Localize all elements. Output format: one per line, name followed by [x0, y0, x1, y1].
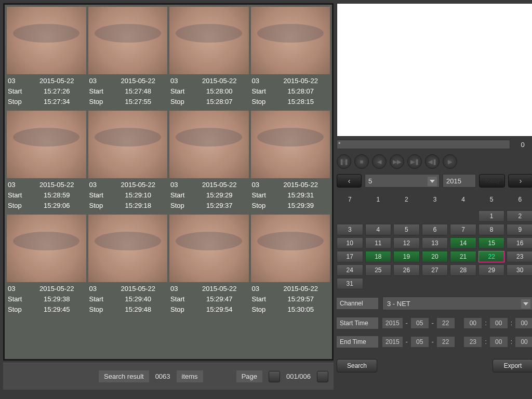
calendar-day[interactable]: 24: [337, 264, 363, 276]
calendar-day[interactable]: 7: [450, 224, 476, 235]
calendar-day[interactable]: 17: [337, 251, 363, 262]
weekday-header: 2: [393, 194, 420, 205]
playback-button-1[interactable]: ■: [354, 154, 369, 169]
thumbnail-image[interactable]: [169, 7, 249, 74]
thumbnail-image[interactable]: [7, 215, 86, 282]
today-button[interactable]: Today: [479, 174, 505, 188]
thumbnail-item[interactable]: 032015-05-22Start15:28:00Stop15:28:07: [169, 7, 249, 109]
clip-date: 2015-05-22: [273, 180, 329, 190]
playback-button-6[interactable]: ▶: [443, 154, 457, 169]
calendar-day[interactable]: 16: [507, 237, 532, 249]
stop-value: 15:29:45: [29, 304, 85, 315]
start-sec[interactable]: 00: [515, 318, 532, 328]
playback-button-5[interactable]: ◀❚: [425, 154, 440, 169]
thumbnail-item[interactable]: 032015-05-22Start15:27:48Stop15:27:55: [88, 7, 168, 109]
end-month[interactable]: 05: [411, 337, 429, 347]
month-select[interactable]: 5: [365, 174, 440, 188]
start-year[interactable]: 2015: [382, 318, 403, 328]
calendar-day[interactable]: 18: [365, 251, 392, 262]
calendar-day[interactable]: 19: [393, 251, 420, 262]
start-value: 15:29:10: [110, 190, 167, 201]
page-next-button[interactable]: [317, 371, 328, 382]
end-time-fields[interactable]: 2015 - 05 - 22 23 : 00 : 00: [382, 337, 532, 347]
channel-select[interactable]: 3 - NET: [382, 297, 532, 310]
calendar-day[interactable]: 4: [365, 224, 392, 235]
stop-value: 15:28:15: [273, 97, 329, 107]
start-month[interactable]: 05: [411, 318, 429, 328]
calendar-day[interactable]: 10: [337, 237, 363, 249]
thumbnail-item[interactable]: 032015-05-22Start15:29:38Stop15:29:45: [7, 215, 86, 316]
thumbnail-item[interactable]: 032015-05-22Start15:29:57Stop15:30:05: [251, 215, 330, 316]
start-time-fields[interactable]: 2015 - 05 - 22 00 : 00 : 00: [382, 318, 532, 328]
thumbnail-item[interactable]: 032015-05-22Start15:29:10Stop15:29:18: [88, 111, 168, 212]
calendar-day[interactable]: 1: [478, 210, 505, 222]
cal-next-button[interactable]: ›: [508, 174, 532, 188]
chevron-down-icon: [428, 177, 437, 186]
calendar-day[interactable]: 21: [450, 251, 476, 262]
thumbnail-image[interactable]: [251, 111, 330, 178]
thumbnail-item[interactable]: 032015-05-22Start15:29:31Stop15:29:39: [251, 111, 330, 212]
calendar-day[interactable]: 3: [337, 224, 363, 235]
calendar-day[interactable]: 26: [393, 264, 420, 276]
calendar-day[interactable]: 20: [422, 251, 448, 262]
stop-value: 15:29:54: [191, 304, 248, 315]
calendar-day[interactable]: 28: [450, 264, 476, 276]
calendar-day[interactable]: 27: [422, 264, 448, 276]
stop-label: Stop: [252, 97, 273, 107]
export-button[interactable]: Export: [493, 359, 532, 373]
thumbnail-item[interactable]: 032015-05-22Start15:29:47Stop15:29:54: [169, 215, 249, 316]
start-label: Start: [170, 190, 191, 201]
calendar-day[interactable]: 12: [393, 237, 420, 249]
thumbnail-image[interactable]: [251, 7, 330, 74]
playback-button-4[interactable]: ▶❚: [407, 154, 422, 169]
thumbnail-item[interactable]: 032015-05-22Start15:28:07Stop15:28:15: [251, 7, 330, 109]
items-label: items: [177, 370, 203, 382]
calendar-day[interactable]: 22: [478, 251, 505, 262]
thumbnail-item[interactable]: 032015-05-22Start15:29:40Stop15:29:48: [88, 215, 168, 316]
thumbnail-image[interactable]: [7, 7, 86, 74]
playback-button-3[interactable]: ▶▶: [390, 154, 404, 169]
page-value: 001/006: [286, 373, 311, 380]
calendar-day[interactable]: 5: [393, 224, 420, 235]
start-min[interactable]: 00: [490, 318, 508, 328]
thumbnail-image[interactable]: [169, 111, 249, 178]
search-button[interactable]: Search: [337, 359, 377, 373]
thumbnail-image[interactable]: [7, 111, 86, 178]
calendar-day[interactable]: 31: [337, 278, 363, 289]
calendar-day[interactable]: 8: [478, 224, 505, 235]
playback-progress[interactable]: [337, 140, 510, 149]
end-min[interactable]: 00: [490, 337, 508, 347]
calendar-day[interactable]: 14: [450, 237, 476, 249]
playback-button-2[interactable]: ◀: [372, 154, 387, 169]
end-day[interactable]: 22: [437, 337, 455, 347]
year-select[interactable]: 2015: [443, 174, 476, 188]
calendar-day[interactable]: 2: [507, 210, 532, 222]
calendar-day[interactable]: 13: [422, 237, 448, 249]
calendar-day[interactable]: 11: [365, 237, 392, 249]
calendar-day[interactable]: 9: [507, 224, 532, 235]
calendar-day[interactable]: 25: [365, 264, 392, 276]
page-prev-button[interactable]: [269, 371, 280, 382]
thumbnail-image[interactable]: [88, 215, 168, 282]
calendar-day[interactable]: 29: [478, 264, 505, 276]
calendar-day[interactable]: 15: [478, 237, 505, 249]
start-day[interactable]: 22: [437, 318, 455, 328]
end-sec[interactable]: 00: [515, 337, 532, 347]
end-year[interactable]: 2015: [382, 337, 403, 347]
thumbnail-item[interactable]: 032015-05-22Start15:27:26Stop15:27:34: [7, 7, 86, 109]
thumbnail-image[interactable]: [251, 215, 330, 282]
thumbnail-image[interactable]: [169, 215, 249, 282]
calendar-day[interactable]: 23: [507, 251, 532, 262]
thumbnail-item[interactable]: 032015-05-22Start15:29:29Stop15:29:37: [169, 111, 249, 212]
calendar-day[interactable]: 6: [422, 224, 448, 235]
start-hour[interactable]: 00: [464, 318, 482, 328]
playback-button-0[interactable]: ❚❚: [337, 154, 351, 169]
cal-prev-button[interactable]: ‹: [337, 174, 362, 188]
thumbnail-image[interactable]: [88, 111, 168, 178]
thumbnail-image[interactable]: [88, 7, 168, 74]
end-hour[interactable]: 23: [464, 337, 482, 347]
clip-date: 2015-05-22: [191, 180, 248, 190]
progress-value: 0: [512, 141, 532, 149]
thumbnail-item[interactable]: 032015-05-22Start15:28:59Stop15:29:06: [7, 111, 86, 212]
calendar-day[interactable]: 30: [507, 264, 532, 276]
